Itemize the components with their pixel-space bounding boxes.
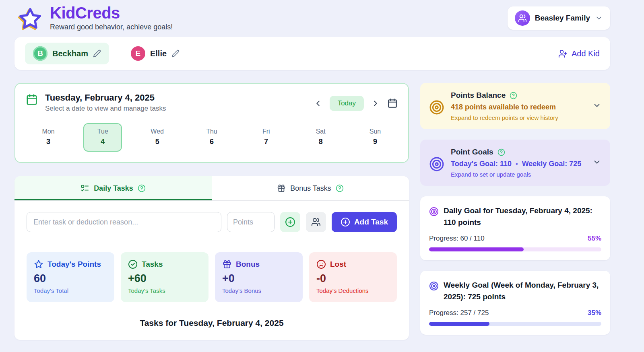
- kids-bar: B Beckham E Ellie Add Kid: [14, 37, 610, 70]
- task-reason-input[interactable]: [27, 212, 221, 232]
- tab-daily-tasks[interactable]: Daily Tasks: [14, 176, 212, 200]
- gift-icon: [222, 259, 232, 269]
- help-circle-icon[interactable]: [138, 184, 146, 192]
- add-task-form: Add Task: [14, 201, 409, 232]
- weekly-goal-progress-bar: [429, 322, 601, 326]
- prev-day-button[interactable]: [313, 98, 323, 109]
- next-day-button[interactable]: [370, 98, 381, 109]
- users-icon: [311, 217, 321, 227]
- points-balance-card[interactable]: Points Balance 418 points available to r…: [420, 83, 610, 129]
- chevron-down-icon: [595, 14, 603, 22]
- tab-label: Daily Tasks: [94, 184, 133, 193]
- stat-bonus: Bonus +0 Today's Bonus: [215, 252, 303, 302]
- todays-goal-value: Today's Goal: 110: [451, 160, 512, 168]
- assign-kids-button[interactable]: [306, 212, 326, 232]
- weekly-goal-title: Weekly Goal (Week of Monday, February 3,…: [444, 280, 601, 303]
- users-icon: [518, 14, 527, 23]
- today-button[interactable]: Today: [330, 96, 364, 111]
- daily-goal-title: Daily Goal for Tuesday, February 4, 2025…: [444, 205, 601, 228]
- stat-label: Tasks: [142, 260, 163, 269]
- chevron-down-icon[interactable]: [592, 158, 601, 168]
- kidcreds-app: KidCreds Reward good behavior, achieve g…: [0, 0, 644, 340]
- kid-tab-ellie[interactable]: E Ellie: [123, 43, 188, 64]
- date-title-block: Tuesday, February 4, 2025 Select a date …: [45, 93, 166, 113]
- help-circle-icon[interactable]: [497, 148, 505, 156]
- point-goals-hint: Expand to set or update goals: [451, 171, 586, 178]
- daily-goal-percent: 55%: [588, 235, 601, 243]
- weekly-goal-card: Weekly Goal (Week of Monday, February 3,…: [420, 271, 610, 335]
- plus-circle-icon: [285, 217, 295, 227]
- family-name: Beasley Family: [535, 14, 590, 23]
- app-title: KidCreds: [50, 4, 173, 22]
- stat-label: Today's Points: [47, 260, 101, 269]
- stat-lost: Lost -0 Today's Deductions: [309, 252, 397, 302]
- family-switcher[interactable]: Beasley Family: [508, 6, 610, 30]
- chevron-down-icon[interactable]: [592, 101, 601, 111]
- app-tagline: Reward good behavior, achieve goals!: [50, 23, 173, 31]
- help-circle-icon[interactable]: [336, 184, 344, 192]
- add-kid-button[interactable]: Add Kid: [558, 49, 600, 58]
- date-picker-card: Tuesday, February 4, 2025 Select a date …: [14, 83, 409, 163]
- task-tabs: Daily Tasks Bonus Tasks: [14, 176, 409, 201]
- app-header: KidCreds Reward good behavior, achieve g…: [14, 4, 610, 31]
- day-cell-wed[interactable]: Wed 5: [138, 123, 177, 152]
- kid-tab-beckham[interactable]: B Beckham: [25, 43, 109, 64]
- points-balance-title: Points Balance: [451, 91, 506, 100]
- open-calendar-button[interactable]: [387, 98, 398, 109]
- daily-stats: Today's Points 60 Today's Total Tasks +6…: [14, 232, 409, 302]
- day-cell-tue-selected[interactable]: Tue 4: [83, 123, 122, 152]
- weekly-goal-percent: 35%: [588, 309, 601, 317]
- right-sidebar: Points Balance 418 points available to r…: [420, 83, 610, 340]
- daily-goal-progress-bar: [429, 247, 601, 251]
- day-cell-sun[interactable]: Sun 9: [356, 123, 394, 152]
- stat-caption: Today's Total: [34, 287, 107, 294]
- daily-goal-progress-fill: [429, 247, 524, 251]
- star-logo-icon: [18, 6, 43, 31]
- kid-avatar: B: [33, 46, 47, 61]
- target-icon: [429, 100, 444, 121]
- points-input[interactable]: [227, 212, 275, 232]
- plus-circle-icon: [341, 217, 350, 227]
- weekly-goal-value: Weekly Goal: 725: [522, 160, 582, 168]
- target-icon: [429, 207, 439, 228]
- calendar-icon: [26, 94, 38, 107]
- kid-name: Ellie: [150, 49, 167, 58]
- weekly-goal-progress-label: Progress: 257 / 725: [429, 309, 489, 317]
- stat-value: +0: [222, 272, 295, 285]
- quick-add-button[interactable]: [280, 212, 300, 232]
- user-plus-icon: [558, 49, 568, 58]
- star-icon: [34, 259, 43, 269]
- date-subtitle: Select a date to view and manage tasks: [45, 105, 166, 113]
- day-cell-sat[interactable]: Sat 8: [301, 123, 340, 152]
- point-goals-card[interactable]: Point Goals Today's Goal: 110 • Weekly G…: [420, 140, 610, 186]
- add-task-label: Add Task: [354, 218, 388, 226]
- day-cell-fri[interactable]: Fri 7: [247, 123, 285, 152]
- chevron-right-icon: [371, 99, 380, 108]
- tab-bonus-tasks[interactable]: Bonus Tasks: [212, 176, 409, 200]
- day-cell-thu[interactable]: Thu 6: [192, 123, 231, 152]
- weekly-goal-progress-fill: [429, 322, 489, 326]
- points-balance-hint: Expand to redeem points or view history: [451, 114, 586, 121]
- stat-tasks: Tasks +60 Today's Tasks: [121, 252, 208, 302]
- point-goals-title: Point Goals: [451, 148, 493, 156]
- main-content: Tuesday, February 4, 2025 Select a date …: [14, 83, 610, 340]
- stat-caption: Today's Deductions: [316, 287, 390, 294]
- tasks-panel: Daily Tasks Bonus Tasks: [14, 176, 409, 340]
- target-icon: [429, 281, 439, 303]
- daily-goal-progress-label: Progress: 60 / 110: [429, 235, 485, 243]
- family-avatar: [515, 10, 530, 26]
- checklist-icon: [80, 184, 89, 193]
- week-day-strip: Mon 3 Tue 4 Wed 5 Thu 6: [26, 123, 398, 152]
- target-icon: [429, 156, 444, 178]
- check-circle-icon: [128, 259, 138, 269]
- pencil-icon[interactable]: [93, 49, 101, 58]
- stat-value: +60: [128, 272, 201, 285]
- selected-date-title: Tuesday, February 4, 2025: [45, 93, 166, 103]
- day-cell-mon[interactable]: Mon 3: [29, 123, 68, 152]
- add-task-button[interactable]: Add Task: [332, 212, 397, 232]
- pencil-icon[interactable]: [171, 49, 180, 58]
- help-circle-icon[interactable]: [510, 92, 517, 99]
- add-kid-label: Add Kid: [572, 49, 600, 58]
- stat-todays-points: Today's Points 60 Today's Total: [27, 252, 114, 302]
- frown-icon: [316, 259, 326, 269]
